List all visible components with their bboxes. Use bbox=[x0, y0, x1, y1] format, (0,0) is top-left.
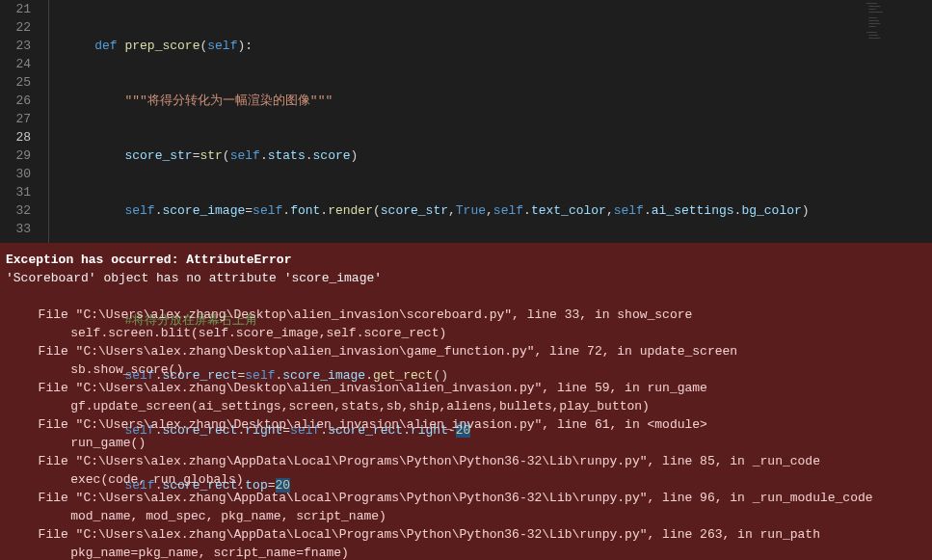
line-number: 24 bbox=[0, 55, 31, 73]
code-content[interactable]: def prep_score(self): """将得分转化为一幅渲染的图像""… bbox=[48, 0, 932, 243]
line-number: 29 bbox=[0, 147, 31, 165]
traceback-location: File "C:\Users\alex.zhang\Desktop\alien_… bbox=[6, 417, 707, 432]
code-line: score_str=str(self.stats.score) bbox=[49, 147, 932, 165]
line-number: 27 bbox=[0, 110, 31, 128]
line-number: 30 bbox=[0, 165, 31, 183]
traceback-source: sb.show_score() bbox=[6, 362, 183, 377]
traceback-source: run_game() bbox=[6, 436, 146, 450]
minimap-content: ▬▬▬▬▬▬▬▬▬ ▬▬▬▬▬▬▬▬▬▬ ▬▬▬▬▬▬ ▬▬▬▬▬▬▬▬▬▬▬▬… bbox=[865, 0, 932, 41]
traceback-location: File "C:\Users\alex.zhang\AppData\Local\… bbox=[6, 454, 820, 468]
line-number: 26 bbox=[0, 92, 31, 110]
line-number: 21 bbox=[0, 0, 31, 18]
line-number-gutter: 21 22 23 24 25 26 27 28 29 30 31 32 33 bbox=[0, 0, 48, 243]
line-number: 32 bbox=[0, 201, 31, 220]
line-number: 23 bbox=[0, 37, 31, 55]
line-number: 22 bbox=[0, 18, 31, 37]
minimap[interactable]: ▬▬▬▬▬▬▬▬▬ ▬▬▬▬▬▬▬▬▬▬ ▬▬▬▬▬▬ ▬▬▬▬▬▬▬▬▬▬▬▬… bbox=[865, 0, 932, 243]
traceback-location: File "C:\Users\alex.zhang\Desktop\alien_… bbox=[6, 344, 737, 359]
traceback-location: File "C:\Users\alex.zhang\AppData\Local\… bbox=[6, 527, 820, 542]
exception-message: 'Scoreboard' object has no attribute 'sc… bbox=[6, 271, 382, 285]
line-number: 31 bbox=[0, 183, 31, 201]
code-line: self.score_image=self.font.render(score_… bbox=[49, 201, 932, 220]
traceback-source: self.screen.blit(self.score_image,self.s… bbox=[6, 326, 446, 340]
code-line: """将得分转化为一幅渲染的图像""" bbox=[49, 92, 932, 110]
exception-title: Exception has occurred: AttributeError bbox=[6, 253, 291, 267]
traceback-source: pkg_name=pkg_name, script_name=fname) bbox=[6, 546, 349, 560]
traceback-source: exec(code, run_globals) bbox=[6, 472, 244, 487]
traceback-source: gf.update_screen(ai_settings,screen,stat… bbox=[6, 399, 650, 413]
code-line: def prep_score(self): bbox=[49, 37, 932, 55]
traceback-location: File "C:\Users\alex.zhang\Desktop\alien_… bbox=[6, 381, 707, 395]
traceback-source: mod_name, mod_spec, pkg_name, script_nam… bbox=[6, 509, 386, 523]
line-number: 25 bbox=[0, 73, 31, 92]
traceback-location: File "C:\Users\alex.zhang\AppData\Local\… bbox=[6, 491, 873, 505]
traceback-location: File "C:\Users\alex.zhang\Desktop\alien_… bbox=[6, 307, 692, 322]
line-number: 33 bbox=[0, 220, 31, 238]
code-editor[interactable]: 21 22 23 24 25 26 27 28 29 30 31 32 33 d… bbox=[0, 0, 932, 243]
line-number: 28 bbox=[0, 128, 31, 147]
